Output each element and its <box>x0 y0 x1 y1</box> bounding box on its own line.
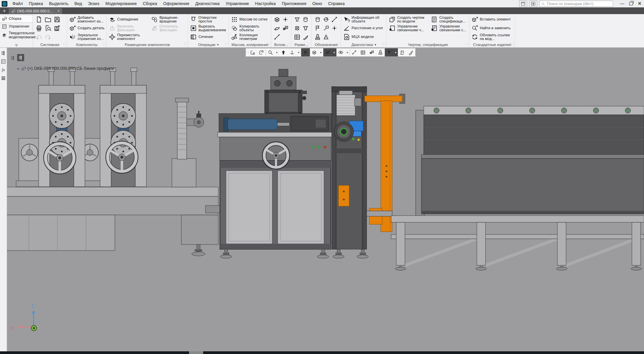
variables-panel-button[interactable]: fx <box>2 67 5 73</box>
tree-composition-toggle[interactable] <box>17 54 24 61</box>
menu-item-help[interactable]: Справка <box>325 0 348 7</box>
show-objects-button[interactable] <box>336 48 345 56</box>
disable-fixation-button[interactable]: Отключить фиксацию <box>151 24 186 33</box>
redo-button[interactable] <box>45 34 51 40</box>
rotation-rotation-button[interactable]: Вращение-вращение <box>151 15 186 24</box>
show-objects-dropdown-icon[interactable]: ▾ <box>345 48 350 56</box>
menu-item-view[interactable]: Вид <box>72 0 85 7</box>
simple-hole-button[interactable]: Отверстие простое <box>190 15 227 24</box>
group-dropdown-icon[interactable]: ▾ <box>375 43 376 46</box>
group-dropdown-icon[interactable]: ▾ <box>217 43 219 46</box>
preview-button[interactable] <box>45 25 51 32</box>
group-grip[interactable]: ⋮⋮ <box>286 42 290 46</box>
geometry-collection-button[interactable]: Коллекция геометрии <box>231 33 270 41</box>
section-button[interactable]: Сечение <box>190 33 227 41</box>
tree-root-item[interactable]: ▸ (+) ОКБ-059.000.000.000 СБ Линия профи… <box>17 66 114 71</box>
clip-section-button[interactable] <box>359 48 367 56</box>
model-tree-panel-button[interactable] <box>1 50 6 56</box>
normal-to-button[interactable] <box>279 48 288 56</box>
menu-item-applications[interactable]: Приложения <box>279 0 309 7</box>
menu-item-settings[interactable]: Настройка <box>252 0 279 7</box>
menu-item-sketch[interactable]: Эскиз <box>85 0 102 7</box>
zoom-dropdown-icon[interactable]: ▾ <box>275 48 279 56</box>
app-logo-icon[interactable] <box>2 1 7 7</box>
aux-plane-button[interactable] <box>274 25 280 32</box>
window-layout-icon[interactable] <box>519 1 527 7</box>
aux-cube-button[interactable] <box>274 16 280 23</box>
aux-point-button[interactable] <box>282 16 289 23</box>
dim-table-button[interactable] <box>294 34 301 40</box>
mass-properties-button[interactable]: МЦХ модели <box>343 33 385 41</box>
group-grip[interactable]: ⋮⋮ <box>464 42 468 46</box>
find-replace-button[interactable]: Найти и заменить <box>471 24 513 33</box>
coincide-button[interactable]: Совпадение <box>109 15 148 24</box>
menu-item-modeling[interactable]: Моделирование <box>102 0 140 7</box>
viewport-3d[interactable]: Z X fx ▸ (+) ОКБ-059.000.000.000 СБ Лини… <box>0 48 644 351</box>
close-button[interactable]: ✕ <box>635 0 644 7</box>
window-settings-icon[interactable] <box>529 1 537 7</box>
notation-weld-button[interactable] <box>314 25 321 32</box>
insert-element-button[interactable]: Вставить элемент <box>471 15 513 24</box>
open-document-button[interactable] <box>45 16 51 23</box>
mode-assembly[interactable]: Сборка <box>0 15 33 23</box>
zoom-button[interactable] <box>266 48 275 56</box>
aux-axis-button[interactable] <box>274 34 280 40</box>
menu-item-window[interactable]: Окно <box>309 0 325 7</box>
group-grip[interactable]: ⋮⋮ <box>62 42 66 46</box>
dim-diameter-button[interactable] <box>294 25 301 32</box>
notation-leader-button[interactable] <box>331 16 338 23</box>
group-grip[interactable]: ⋮⋮ <box>266 42 270 46</box>
undo-button[interactable] <box>36 34 42 40</box>
hide-objects-dropdown-icon[interactable]: ▾ <box>332 48 336 56</box>
wireframe-view-button[interactable] <box>310 48 319 56</box>
filter-dropdown-icon[interactable]: ▾ <box>394 48 398 56</box>
layers-panel-button[interactable] <box>1 76 6 81</box>
create-drawing-button[interactable]: Создать чертеж по модели <box>389 15 428 24</box>
menu-item-assembly[interactable]: Сборка <box>140 0 160 7</box>
tree-expand-icon[interactable]: ▸ <box>17 67 19 71</box>
dim-linear-button[interactable] <box>294 16 301 23</box>
group-grip[interactable]: ⋮⋮ <box>183 42 187 46</box>
save-as-button[interactable] <box>54 25 60 32</box>
copy-objects-button[interactable]: Копировать объекты <box>231 24 270 33</box>
hide-objects-button[interactable] <box>323 48 332 56</box>
group-grip[interactable]: ⋮⋮ <box>224 42 228 46</box>
tree-structure-toggle[interactable] <box>9 54 16 61</box>
move-component-button[interactable]: Переместить компонент <box>109 33 148 41</box>
toolbar-grip[interactable]: ⋮⋮ <box>246 48 248 56</box>
object-info-button[interactable]: Информация об объекте <box>343 15 385 24</box>
notation-callout-button[interactable] <box>323 25 329 32</box>
update-links-button[interactable]: Обновить ссылки на мод... <box>471 33 513 41</box>
stamp-button[interactable] <box>376 48 385 56</box>
distance-angle-button[interactable]: Расстояние и угол <box>343 24 385 33</box>
minimize-button[interactable]: — <box>618 0 627 7</box>
library-crane-button[interactable] <box>398 48 407 56</box>
group-grip[interactable]: ⋮⋮ <box>102 42 106 46</box>
search-input[interactable] <box>546 1 611 6</box>
notation-stamp-button[interactable] <box>314 34 321 40</box>
group-grip[interactable]: ⋮⋮ <box>336 42 340 46</box>
mode-panel-expand-icon[interactable] <box>14 44 19 46</box>
menu-item-file[interactable]: Файл <box>9 0 26 7</box>
manage-linked-drawings-button[interactable]: Управление связанными ч... <box>389 24 428 33</box>
orientation-dropdown-icon[interactable]: ▾ <box>296 48 301 56</box>
mode-management[interactable]: Управление <box>0 23 33 30</box>
menu-item-layout[interactable]: Оформление <box>160 0 192 7</box>
menu-item-management[interactable]: Управление <box>223 0 252 7</box>
measure-button[interactable] <box>350 48 359 56</box>
dim-sheet-button[interactable] <box>302 34 309 40</box>
restore-button[interactable] <box>627 0 635 7</box>
filter-button[interactable] <box>385 48 394 56</box>
notation-position-button[interactable] <box>331 25 338 32</box>
notation-roughness-button[interactable] <box>314 16 321 23</box>
sketch-placement-button[interactable] <box>257 48 266 56</box>
sketch-button[interactable] <box>248 48 257 56</box>
menu-item-diagnostics[interactable]: Диагностика <box>192 0 223 7</box>
group-grip[interactable]: ⋮⋮ <box>510 42 514 46</box>
document-tab[interactable]: ОКБ-059.000.000.000... × <box>9 8 62 14</box>
eyedropper-button[interactable] <box>407 48 415 56</box>
grid-array-button[interactable]: Массив по сетке <box>231 15 270 24</box>
notation-cone-button[interactable] <box>323 34 329 40</box>
group-grip[interactable]: ⋮⋮ <box>382 42 386 46</box>
enable-fixation-button[interactable]: Включить фиксацию <box>109 24 148 33</box>
